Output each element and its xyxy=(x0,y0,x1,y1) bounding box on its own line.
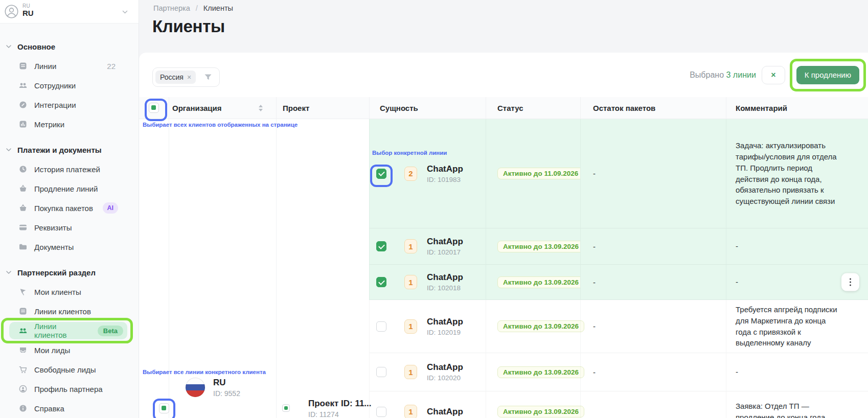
table-header: Организация Проект Сущность Статус Остат… xyxy=(139,97,868,119)
project-checkbox[interactable] xyxy=(282,404,290,412)
packages-cell xyxy=(580,391,726,418)
comment-text: - xyxy=(736,241,838,252)
info-icon xyxy=(18,404,28,413)
packages-value: - xyxy=(593,368,596,377)
sidebar-item[interactable]: Свободные лиды xyxy=(0,360,139,379)
sidebar-section: Основное Линии 22 Сотрудники Интеграции … xyxy=(0,37,139,134)
sidebar-item[interactable]: Справка xyxy=(0,399,139,418)
sidebar-item-label: Профиль партнера xyxy=(34,385,103,393)
select-all-checkbox[interactable] xyxy=(149,103,159,113)
sidebar-item-label: Сотрудники xyxy=(34,81,76,90)
sidebar-item[interactable]: Покупка пакетов AI xyxy=(0,198,139,218)
row-spacer xyxy=(139,119,369,228)
entity-cell: 1 ChatApp ID: 102019 xyxy=(369,300,486,353)
people-icon xyxy=(18,81,28,90)
sidebar-item[interactable]: Линии 22 xyxy=(0,56,139,76)
clients-table: Организация Проект Сущность Статус Остат… xyxy=(139,97,868,418)
sidebar-section-title: Платежи и документы xyxy=(17,146,102,154)
packages-cell: - xyxy=(580,300,726,353)
row-actions-button[interactable] xyxy=(841,273,859,291)
sidebar-item-label: История платежей xyxy=(34,165,100,174)
entity-name: ChatApp xyxy=(427,362,463,373)
breadcrumb-separator: / xyxy=(196,4,198,12)
sidebar-item[interactable]: Документы xyxy=(0,237,139,257)
column-divider xyxy=(276,119,277,418)
sidebar-section-header[interactable]: Основное xyxy=(0,37,139,56)
comment-cell: Задача: актуализировать тарифы/условия д… xyxy=(726,119,868,228)
ai-badge: AI xyxy=(103,202,119,214)
sidebar-section-header[interactable]: Платежи и документы xyxy=(0,140,139,159)
sidebar-item[interactable]: Линии клиентов Beta xyxy=(9,322,127,339)
filter-control[interactable]: Россия × xyxy=(152,67,220,87)
toolbar: Россия × Выбрано 3 линии × К продлению xyxy=(139,53,868,97)
line-count-badge: 2 xyxy=(404,167,417,181)
row-spacer xyxy=(139,228,369,265)
chevron-down-icon xyxy=(6,43,12,50)
sidebar-item-label: Справка xyxy=(34,404,64,413)
sort-icon[interactable] xyxy=(259,105,263,111)
row-spacer xyxy=(139,265,369,300)
entity-id: ID: 101983 xyxy=(427,176,463,183)
lines-icon xyxy=(18,61,28,71)
sidebar-section-header[interactable]: Партнерский раздел xyxy=(0,263,139,282)
client-checkbox[interactable] xyxy=(159,403,169,413)
chevron-down-icon xyxy=(6,269,12,275)
basket-icon xyxy=(18,184,28,193)
column-header-packages: Остаток пакетов xyxy=(580,97,726,119)
row-checkbox[interactable] xyxy=(376,321,386,332)
sidebar-item[interactable]: Реквизиты xyxy=(0,218,139,237)
row-checkbox[interactable] xyxy=(376,277,386,287)
row-checkbox[interactable] xyxy=(376,169,386,179)
sidebar-item[interactable]: Линии клиентов xyxy=(0,301,139,321)
row-checkbox[interactable] xyxy=(376,407,386,417)
workspace-name: RU xyxy=(22,9,34,17)
sidebar-item-label: Реквизиты xyxy=(34,223,72,232)
sidebar-item[interactable]: Метрики xyxy=(0,114,139,134)
clear-selection-button[interactable]: × xyxy=(762,66,785,84)
entity-name: ChatApp xyxy=(427,272,463,283)
app-window: RU RU Основное Линии 22 Сотрудники Интег… xyxy=(0,0,868,418)
sidebar-item[interactable]: Сотрудники xyxy=(0,76,139,95)
chevron-down-icon xyxy=(122,8,128,15)
annotation-highlight-green-button: К продлению xyxy=(790,59,866,91)
to-renewal-button[interactable]: К продлению xyxy=(796,66,859,84)
breadcrumb: Партнерка / Клиенты xyxy=(153,4,233,12)
workspace-switcher[interactable]: RU RU xyxy=(0,0,139,24)
line-count-badge: 1 xyxy=(404,239,417,253)
packages-cell: - xyxy=(580,228,726,265)
row-checkbox[interactable] xyxy=(376,367,386,377)
packages-cell: - xyxy=(580,353,726,391)
comment-cell: Заявка: Отдел ТП — продление до конца го… xyxy=(726,391,868,418)
sidebar-item[interactable]: Мои клиенты xyxy=(0,282,139,301)
status-cell: Активно до 13.09.2026 xyxy=(486,300,580,353)
beta-badge: Beta xyxy=(98,326,123,336)
sidebar-item[interactable]: Продление линий xyxy=(0,179,139,198)
status-cell: Активно до 13.09.2026 xyxy=(486,228,580,265)
filter-icon[interactable] xyxy=(204,73,212,81)
sidebar-item[interactable]: Профиль партнера xyxy=(0,379,139,399)
sidebar-item-label: Линии клиентов xyxy=(34,307,91,316)
sidebar-item[interactable]: История платежей xyxy=(0,159,139,179)
row-checkbox[interactable] xyxy=(376,241,386,251)
row-spacer xyxy=(139,300,369,353)
breadcrumb-parent[interactable]: Партнерка xyxy=(153,4,190,12)
comment-text: Задача: актуализировать тарифы/условия д… xyxy=(736,140,838,207)
breadcrumb-current: Клиенты xyxy=(203,4,233,12)
selection-summary: Выбрано 3 линии xyxy=(690,71,756,80)
organization-id: ID: 9552 xyxy=(213,389,240,398)
organization-name: RU xyxy=(213,378,226,388)
entity-name: ChatApp xyxy=(427,237,463,247)
page-header: Партнерка / Клиенты Клиенты xyxy=(139,0,868,53)
remove-filter-icon[interactable]: × xyxy=(187,73,191,81)
inbox-icon xyxy=(18,345,28,355)
comment-text: - xyxy=(736,276,838,288)
sidebar-item[interactable]: Мои лиды xyxy=(0,340,139,360)
packages-value: - xyxy=(593,278,596,287)
entity-cell: 1 ChatApp ID: 102020 xyxy=(369,353,486,391)
sidebar-item[interactable]: Интеграции xyxy=(0,95,139,114)
column-header-organization: Организация xyxy=(169,97,276,119)
line-count-badge: 1 xyxy=(404,319,417,334)
filter-tag: Россия × xyxy=(155,71,196,84)
filter-tag-label: Россия xyxy=(160,73,184,81)
selection-cluster: Выбрано 3 линии × К продлению xyxy=(690,53,866,97)
